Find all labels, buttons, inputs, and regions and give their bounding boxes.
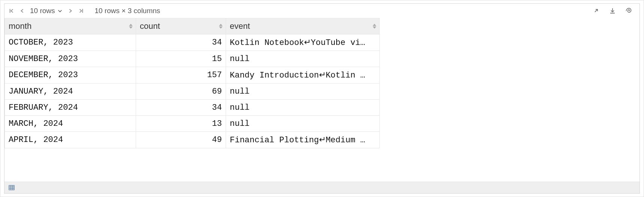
chevron-down-icon — [57, 8, 63, 13]
cell-event: null — [226, 84, 380, 100]
cell-month: JANUARY, 2024 — [5, 84, 136, 100]
spiral-icon-button[interactable] — [623, 7, 635, 15]
table-row[interactable]: APRIL, 202449Financial Plotting↵Medium … — [5, 132, 380, 148]
column-header-month[interactable]: month — [5, 18, 136, 34]
table-row[interactable]: MARCH, 202413null — [5, 116, 380, 132]
cell-count: 34 — [136, 34, 226, 51]
cell-month: NOVEMBER, 2023 — [5, 51, 136, 67]
cell-count: 49 — [136, 132, 226, 148]
table-icon[interactable] — [8, 184, 15, 191]
rows-per-page-select[interactable]: 10 rows — [30, 7, 63, 15]
download-button[interactable] — [607, 7, 619, 15]
header-row: month count — [5, 18, 380, 34]
cell-event: null — [226, 100, 380, 116]
footer-bar — [4, 182, 640, 193]
cell-count: 34 — [136, 100, 226, 116]
cell-event: null — [226, 116, 380, 132]
column-header-event[interactable]: event — [226, 18, 380, 34]
data-table: month count — [4, 18, 380, 148]
prev-page-button[interactable] — [19, 8, 25, 13]
cell-event: Kotlin Notebook↵YouTube vi… — [226, 34, 380, 51]
svg-rect-0 — [9, 185, 14, 190]
column-label: month — [9, 21, 31, 31]
cell-month: APRIL, 2024 — [5, 132, 136, 148]
sort-icon[interactable] — [219, 24, 223, 29]
expand-button[interactable] — [590, 7, 602, 15]
table-row[interactable]: FEBRUARY, 202434null — [5, 100, 380, 116]
inner-frame: 10 rows 10 rows × 3 columns — [4, 3, 640, 194]
cell-count: 13 — [136, 116, 226, 132]
cell-count: 157 — [136, 67, 226, 84]
table-row[interactable]: NOVEMBER, 202315null — [5, 51, 380, 67]
sort-icon[interactable] — [373, 24, 376, 29]
cell-month: FEBRUARY, 2024 — [5, 100, 136, 116]
sort-icon[interactable] — [129, 24, 133, 29]
rows-per-page-label: 10 rows — [30, 7, 55, 15]
column-label: count — [140, 21, 160, 31]
cell-event: Financial Plotting↵Medium … — [226, 132, 380, 148]
cell-month: MARCH, 2024 — [5, 116, 136, 132]
table-row[interactable]: DECEMBER, 2023157Kandy Introduction↵Kotl… — [5, 67, 380, 84]
summary-text: 10 rows × 3 columns — [95, 7, 160, 15]
column-label: event — [230, 21, 250, 31]
cell-event: null — [226, 51, 380, 67]
dataframe-viewer: 10 rows 10 rows × 3 columns — [0, 0, 644, 197]
first-page-button[interactable] — [9, 8, 14, 13]
last-page-button[interactable] — [78, 8, 84, 13]
column-header-count[interactable]: count — [136, 18, 226, 34]
cell-month: DECEMBER, 2023 — [5, 67, 136, 84]
next-page-button[interactable] — [68, 8, 73, 13]
cell-count: 15 — [136, 51, 226, 67]
cell-month: OCTOBER, 2023 — [5, 34, 136, 51]
table-row[interactable]: JANUARY, 202469null — [5, 84, 380, 100]
cell-count: 69 — [136, 84, 226, 100]
table-wrap: month count — [4, 18, 640, 182]
toolbar: 10 rows 10 rows × 3 columns — [4, 4, 640, 18]
table-row[interactable]: OCTOBER, 202334Kotlin Notebook↵YouTube v… — [5, 34, 380, 51]
cell-event: Kandy Introduction↵Kotlin … — [226, 67, 380, 84]
